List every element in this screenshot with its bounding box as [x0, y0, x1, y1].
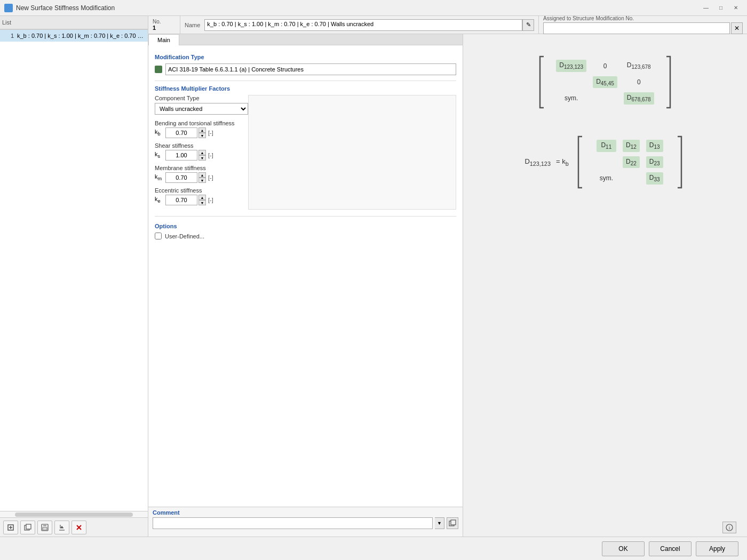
modification-type-label: Modification Type — [155, 54, 456, 60]
m2-cell-11: D22 — [623, 156, 640, 168]
duplicate-button[interactable] — [20, 521, 35, 534]
comment-input-row: ▼ — [153, 517, 458, 529]
window-controls: — □ ✕ — [699, 3, 743, 13]
svg-rect-7 — [43, 527, 47, 530]
dialog-content: List 1 k_b : 0.70 | k_s : 1.00 | k_m : 0… — [0, 16, 747, 560]
shear-stiffness-field: Shear stiffness ks 1.00 ▲ ▼ [-] — [155, 142, 248, 161]
content-area: Main Modification Type ACI 318-19 Table … — [148, 34, 747, 537]
name-display: k_b : 0.70 | k_s : 1.00 | k_m : 0.70 | k… — [204, 19, 522, 31]
ke-increment[interactable]: ▲ — [198, 195, 206, 200]
tab-main[interactable]: Main — [148, 34, 179, 45]
list-toolbar — [0, 517, 148, 537]
ke-label: ke — [155, 196, 164, 204]
minimize-button[interactable]: — — [699, 3, 713, 13]
modification-type-select[interactable]: ACI 318-19 Table 6.6.3.1.1 (a) | Concret… — [165, 63, 456, 75]
right-bracket-1 — [664, 55, 674, 109]
ks-spinners: ▲ ▼ — [198, 150, 206, 161]
kb-label: kb — [155, 129, 164, 137]
m1-cell-00: D123,123 — [556, 60, 586, 71]
top-area: List 1 k_b : 0.70 | k_s : 1.00 | k_m : 0… — [0, 16, 747, 537]
m2-cell-12: D23 — [646, 156, 663, 168]
name-section: Name k_b : 0.70 | k_s : 1.00 | k_m : 0.7… — [180, 16, 539, 34]
matrix2-equals: = kb — [556, 157, 569, 167]
svg-rect-4 — [26, 524, 31, 529]
km-input-row: km 0.70 ▲ ▼ [-] — [155, 172, 248, 183]
list-item-no: 1 — [3, 33, 14, 39]
apply-button[interactable]: Apply — [696, 541, 738, 556]
m2-cell-02: D13 — [646, 140, 663, 151]
membrane-label: Membrane stiffness — [155, 165, 248, 171]
diagram-panel: D123,123 0 D123,678 D45,45 0 sym. — [463, 34, 747, 537]
component-type-select[interactable]: Walls uncracked — [155, 103, 248, 115]
m2-cell-22: D33 — [646, 172, 663, 184]
info-button[interactable]: i — [722, 522, 736, 533]
stiffness-diagram-placeholder — [248, 95, 456, 210]
new-item-button[interactable] — [3, 521, 18, 534]
km-input[interactable]: 0.70 — [165, 172, 197, 183]
membrane-stiffness-field: Membrane stiffness km 0.70 ▲ ▼ [-] — [155, 165, 248, 183]
right-bracket-2 — [675, 135, 686, 189]
comment-input[interactable] — [153, 517, 433, 529]
eccentric-stiffness-field: Eccentric stiffness ke 0.70 ▲ ▼ [-] — [155, 187, 248, 205]
m2-cell-00: D11 — [597, 140, 616, 151]
ok-button[interactable]: OK — [602, 541, 645, 556]
ks-decrement[interactable]: ▼ — [198, 155, 206, 161]
no-value: 1 — [153, 25, 176, 31]
svg-marker-9 — [60, 526, 63, 528]
assigned-row: ✕ — [543, 22, 743, 34]
kb-increment[interactable]: ▲ — [198, 127, 206, 133]
kb-spinners: ▲ ▼ — [198, 127, 206, 138]
comment-dropdown-button[interactable]: ▼ — [435, 517, 444, 529]
assigned-input[interactable] — [543, 22, 730, 34]
km-increment[interactable]: ▲ — [198, 172, 206, 178]
list-item-text: k_b : 0.70 | k_s : 1.00 | k_m : 0.70 | k… — [17, 33, 145, 39]
ks-input-row: ks 1.00 ▲ ▼ [-] — [155, 150, 248, 161]
info-button-container: i — [722, 522, 736, 533]
km-label: km — [155, 173, 164, 181]
app-icon — [4, 4, 13, 12]
list-item[interactable]: 1 k_b : 0.70 | k_s : 1.00 | k_m : 0.70 |… — [0, 30, 148, 42]
ks-input[interactable]: 1.00 — [165, 150, 197, 161]
window-title: New Surface Stiffness Modification — [16, 4, 699, 12]
tabs: Main — [148, 34, 463, 45]
user-defined-checkbox[interactable] — [155, 233, 162, 239]
close-button[interactable]: ✕ — [729, 3, 743, 13]
color-indicator — [155, 66, 162, 73]
ks-increment[interactable]: ▲ — [198, 150, 206, 155]
svg-rect-13 — [451, 520, 456, 525]
ke-input[interactable]: 0.70 — [165, 195, 197, 205]
ke-decrement[interactable]: ▼ — [198, 200, 206, 205]
divider-1 — [155, 81, 456, 81]
export-button[interactable] — [54, 521, 69, 534]
list-header: List — [0, 16, 148, 30]
restore-button[interactable]: □ — [714, 3, 728, 13]
svg-rect-6 — [43, 524, 46, 526]
user-defined-label[interactable]: User-Defined... — [165, 233, 204, 239]
list-scrollbar[interactable] — [0, 511, 148, 517]
list-items: 1 k_b : 0.70 | k_s : 1.00 | k_m : 0.70 |… — [0, 30, 148, 511]
km-decrement[interactable]: ▼ — [198, 178, 206, 183]
assigned-clear-button[interactable]: ✕ — [731, 22, 743, 34]
m1-cell-20: sym. — [556, 92, 586, 104]
bending-label: Bending and torsional stiffness — [155, 120, 248, 126]
comment-copy-button[interactable] — [447, 517, 458, 529]
kb-input[interactable]: 0.70 — [165, 127, 197, 138]
name-label: Name — [185, 22, 200, 28]
kb-unit: [-] — [208, 130, 213, 136]
m1-cell-12: 0 — [624, 76, 654, 88]
ke-unit: [-] — [208, 197, 213, 203]
left-bracket-2 — [574, 135, 585, 189]
modification-type-row: ACI 318-19 Table 6.6.3.1.1 (a) | Concret… — [155, 63, 456, 75]
matrix2-table: D11 D12 D13 D22 D23 sym. — [590, 135, 670, 188]
stiffness-left: Component Type Walls uncracked Bending a… — [155, 95, 248, 210]
m2-cell-20: sym. — [597, 172, 616, 184]
kb-decrement[interactable]: ▼ — [198, 133, 206, 138]
m1-cell-01: 0 — [593, 60, 617, 71]
comment-section: Comment ▼ — [148, 507, 463, 537]
delete-button[interactable] — [71, 521, 86, 534]
matrix1-container: D123,123 0 D123,678 D45,45 0 sym. — [536, 55, 674, 109]
name-edit-button[interactable]: ✎ — [522, 19, 534, 31]
cancel-button[interactable]: Cancel — [649, 541, 692, 556]
m2-cell-10 — [597, 156, 616, 168]
save-button[interactable] — [37, 521, 52, 534]
